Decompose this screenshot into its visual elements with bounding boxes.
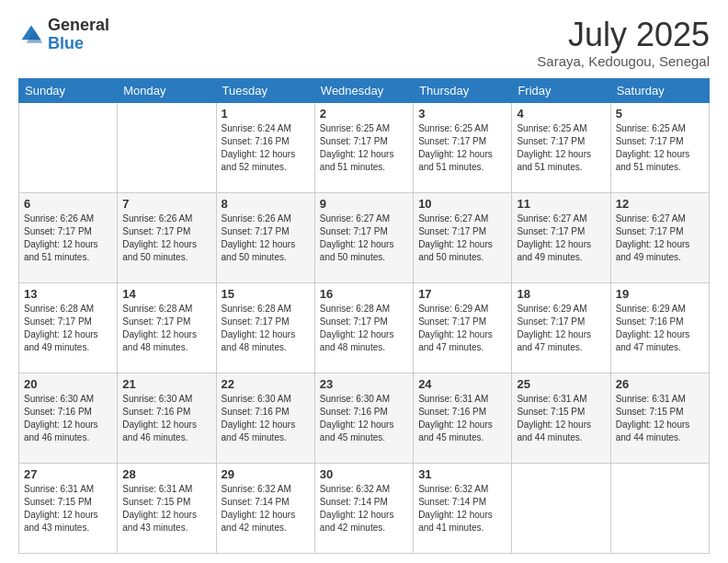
calendar-header-row: Sunday Monday Tuesday Wednesday Thursday…: [19, 78, 710, 102]
logo-text: General Blue: [48, 17, 109, 53]
calendar-cell: 1Sunrise: 6:24 AMSunset: 7:16 PMDaylight…: [216, 102, 314, 192]
header-monday: Monday: [118, 78, 216, 102]
calendar-cell: [118, 102, 216, 192]
day-number: 29: [222, 467, 310, 481]
calendar-cell: 3Sunrise: 6:25 AMSunset: 7:17 PMDaylight…: [414, 102, 512, 192]
day-info: Sunrise: 6:27 AMSunset: 7:17 PMDaylight:…: [418, 213, 506, 264]
day-info: Sunrise: 6:27 AMSunset: 7:17 PMDaylight:…: [320, 213, 408, 264]
calendar-cell: 23Sunrise: 6:30 AMSunset: 7:16 PMDayligh…: [314, 373, 413, 463]
calendar-cell: 28Sunrise: 6:31 AMSunset: 7:15 PMDayligh…: [118, 463, 216, 553]
calendar-cell: 24Sunrise: 6:31 AMSunset: 7:16 PMDayligh…: [414, 373, 512, 463]
calendar-cell: 18Sunrise: 6:29 AMSunset: 7:17 PMDayligh…: [512, 282, 610, 373]
logo-general: General: [48, 16, 109, 34]
day-info: Sunrise: 6:30 AMSunset: 7:16 PMDaylight:…: [222, 393, 310, 444]
day-info: Sunrise: 6:31 AMSunset: 7:15 PMDaylight:…: [24, 483, 112, 534]
day-info: Sunrise: 6:25 AMSunset: 7:17 PMDaylight:…: [320, 122, 408, 174]
day-info: Sunrise: 6:28 AMSunset: 7:17 PMDaylight:…: [24, 303, 112, 354]
day-number: 18: [517, 287, 605, 301]
calendar: Sunday Monday Tuesday Wednesday Thursday…: [18, 78, 710, 554]
page: General Blue July 2025 Saraya, Kedougou,…: [0, 0, 728, 563]
calendar-week-5: 27Sunrise: 6:31 AMSunset: 7:15 PMDayligh…: [19, 463, 710, 553]
day-info: Sunrise: 6:31 AMSunset: 7:15 PMDaylight:…: [517, 393, 605, 444]
day-info: Sunrise: 6:25 AMSunset: 7:17 PMDaylight:…: [517, 122, 605, 174]
day-info: Sunrise: 6:30 AMSunset: 7:16 PMDaylight:…: [24, 393, 112, 444]
day-info: Sunrise: 6:32 AMSunset: 7:14 PMDaylight:…: [222, 483, 310, 534]
day-info: Sunrise: 6:31 AMSunset: 7:15 PMDaylight:…: [122, 483, 210, 534]
calendar-cell: 14Sunrise: 6:28 AMSunset: 7:17 PMDayligh…: [118, 282, 216, 373]
day-number: 2: [320, 107, 408, 121]
day-number: 10: [418, 197, 506, 211]
calendar-cell: 21Sunrise: 6:30 AMSunset: 7:16 PMDayligh…: [118, 373, 216, 463]
calendar-cell: 4Sunrise: 6:25 AMSunset: 7:17 PMDaylight…: [512, 102, 610, 192]
day-info: Sunrise: 6:30 AMSunset: 7:16 PMDaylight:…: [122, 393, 210, 444]
calendar-cell: 10Sunrise: 6:27 AMSunset: 7:17 PMDayligh…: [414, 192, 512, 282]
day-number: 21: [122, 377, 210, 391]
day-number: 8: [222, 197, 310, 211]
header: General Blue July 2025 Saraya, Kedougou,…: [18, 17, 710, 69]
day-info: Sunrise: 6:28 AMSunset: 7:17 PMDaylight:…: [320, 303, 408, 354]
day-number: 19: [616, 287, 704, 301]
header-friday: Friday: [512, 78, 610, 102]
day-number: 27: [24, 467, 112, 481]
logo-icon: [18, 22, 44, 48]
header-sunday: Sunday: [19, 78, 118, 102]
day-info: Sunrise: 6:25 AMSunset: 7:17 PMDaylight:…: [418, 122, 506, 174]
day-number: 31: [418, 467, 506, 481]
header-tuesday: Tuesday: [216, 78, 314, 102]
day-number: 15: [222, 287, 310, 301]
logo-blue: Blue: [48, 34, 84, 52]
day-info: Sunrise: 6:28 AMSunset: 7:17 PMDaylight:…: [222, 303, 310, 354]
calendar-cell: 5Sunrise: 6:25 AMSunset: 7:17 PMDaylight…: [610, 102, 709, 192]
day-number: 16: [320, 287, 408, 301]
calendar-cell: 8Sunrise: 6:26 AMSunset: 7:17 PMDaylight…: [216, 192, 314, 282]
location-subtitle: Saraya, Kedougou, Senegal: [537, 53, 710, 69]
day-info: Sunrise: 6:27 AMSunset: 7:17 PMDaylight:…: [616, 213, 704, 264]
day-number: 14: [122, 287, 210, 301]
day-info: Sunrise: 6:32 AMSunset: 7:14 PMDaylight:…: [320, 483, 408, 534]
header-saturday: Saturday: [610, 78, 709, 102]
day-number: 25: [517, 377, 605, 391]
day-info: Sunrise: 6:32 AMSunset: 7:14 PMDaylight:…: [418, 483, 506, 534]
calendar-cell: 27Sunrise: 6:31 AMSunset: 7:15 PMDayligh…: [19, 463, 118, 553]
calendar-week-1: 1Sunrise: 6:24 AMSunset: 7:16 PMDaylight…: [19, 102, 710, 192]
calendar-cell: 13Sunrise: 6:28 AMSunset: 7:17 PMDayligh…: [19, 282, 118, 373]
calendar-cell: 19Sunrise: 6:29 AMSunset: 7:16 PMDayligh…: [610, 282, 709, 373]
calendar-cell: [610, 463, 709, 553]
calendar-week-2: 6Sunrise: 6:26 AMSunset: 7:17 PMDaylight…: [19, 192, 710, 282]
logo: General Blue: [18, 17, 109, 53]
calendar-cell: 2Sunrise: 6:25 AMSunset: 7:17 PMDaylight…: [314, 102, 413, 192]
day-info: Sunrise: 6:28 AMSunset: 7:17 PMDaylight:…: [122, 303, 210, 354]
day-number: 9: [320, 197, 408, 211]
day-number: 12: [616, 197, 704, 211]
day-number: 30: [320, 467, 408, 481]
day-number: 24: [418, 377, 506, 391]
calendar-cell: 31Sunrise: 6:32 AMSunset: 7:14 PMDayligh…: [414, 463, 512, 553]
day-info: Sunrise: 6:30 AMSunset: 7:16 PMDaylight:…: [320, 393, 408, 444]
day-number: 22: [222, 377, 310, 391]
calendar-cell: [512, 463, 610, 553]
day-info: Sunrise: 6:27 AMSunset: 7:17 PMDaylight:…: [517, 213, 605, 264]
calendar-cell: 15Sunrise: 6:28 AMSunset: 7:17 PMDayligh…: [216, 282, 314, 373]
day-number: 20: [24, 377, 112, 391]
day-number: 7: [122, 197, 210, 211]
calendar-cell: 6Sunrise: 6:26 AMSunset: 7:17 PMDaylight…: [19, 192, 118, 282]
calendar-cell: 22Sunrise: 6:30 AMSunset: 7:16 PMDayligh…: [216, 373, 314, 463]
calendar-cell: 25Sunrise: 6:31 AMSunset: 7:15 PMDayligh…: [512, 373, 610, 463]
header-wednesday: Wednesday: [314, 78, 413, 102]
day-info: Sunrise: 6:25 AMSunset: 7:17 PMDaylight:…: [616, 122, 704, 174]
calendar-cell: 7Sunrise: 6:26 AMSunset: 7:17 PMDaylight…: [118, 192, 216, 282]
calendar-cell: 20Sunrise: 6:30 AMSunset: 7:16 PMDayligh…: [19, 373, 118, 463]
day-number: 28: [122, 467, 210, 481]
title-block: July 2025 Saraya, Kedougou, Senegal: [537, 17, 710, 69]
month-title: July 2025: [537, 17, 710, 53]
calendar-cell: 16Sunrise: 6:28 AMSunset: 7:17 PMDayligh…: [314, 282, 413, 373]
day-number: 6: [24, 197, 112, 211]
calendar-cell: 30Sunrise: 6:32 AMSunset: 7:14 PMDayligh…: [314, 463, 413, 553]
day-info: Sunrise: 6:29 AMSunset: 7:17 PMDaylight:…: [517, 303, 605, 354]
day-number: 11: [517, 197, 605, 211]
header-thursday: Thursday: [414, 78, 512, 102]
day-info: Sunrise: 6:31 AMSunset: 7:15 PMDaylight:…: [616, 393, 704, 444]
calendar-week-4: 20Sunrise: 6:30 AMSunset: 7:16 PMDayligh…: [19, 373, 710, 463]
day-number: 3: [418, 107, 506, 121]
calendar-cell: 26Sunrise: 6:31 AMSunset: 7:15 PMDayligh…: [610, 373, 709, 463]
